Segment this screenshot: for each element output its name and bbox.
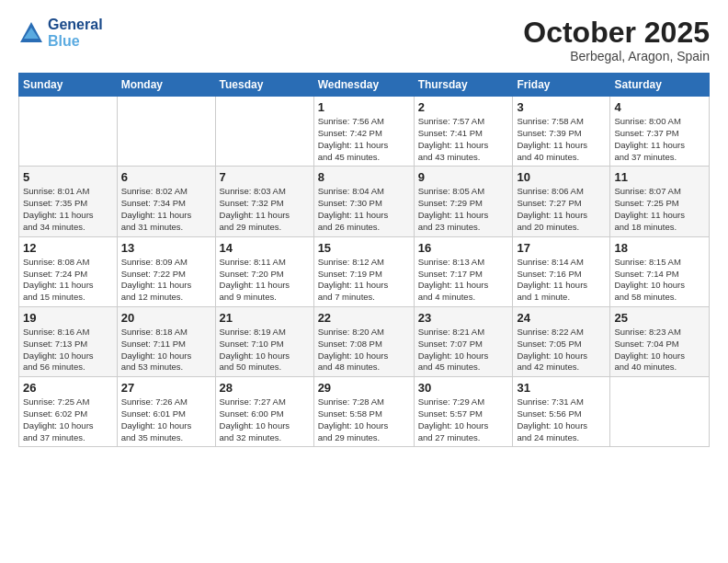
day-number: 7 xyxy=(220,170,310,184)
day-number: 21 xyxy=(220,311,310,325)
day-info: Sunrise: 8:07 AMSunset: 7:25 PMDaylight:… xyxy=(614,186,705,233)
day-number: 14 xyxy=(220,241,310,255)
day-number: 31 xyxy=(517,381,606,395)
calendar-cell: 20Sunrise: 8:18 AMSunset: 7:11 PMDayligh… xyxy=(117,306,215,376)
day-number: 18 xyxy=(614,241,705,255)
day-info: Sunrise: 8:16 AMSunset: 7:13 PMDaylight:… xyxy=(23,327,113,373)
calendar-cell: 5Sunrise: 8:01 AMSunset: 7:35 PMDaylight… xyxy=(19,167,118,236)
day-number: 27 xyxy=(121,381,211,395)
calendar-cell: 18Sunrise: 8:15 AMSunset: 7:14 PMDayligh… xyxy=(610,236,710,306)
header: General Blue October 2025 Berbegal, Arag… xyxy=(18,17,710,63)
calendar-week-row: 12Sunrise: 8:08 AMSunset: 7:24 PMDayligh… xyxy=(19,236,710,306)
calendar-cell: 24Sunrise: 8:22 AMSunset: 7:05 PMDayligh… xyxy=(513,306,610,376)
calendar-cell: 19Sunrise: 8:16 AMSunset: 7:13 PMDayligh… xyxy=(19,306,118,376)
day-info: Sunrise: 8:04 AMSunset: 7:30 PMDaylight:… xyxy=(318,186,410,233)
page: General Blue October 2025 Berbegal, Arag… xyxy=(0,0,728,563)
weekday-header-tuesday: Tuesday xyxy=(215,74,313,97)
calendar-cell: 22Sunrise: 8:20 AMSunset: 7:08 PMDayligh… xyxy=(313,306,414,376)
weekday-header-friday: Friday xyxy=(513,74,610,97)
day-number: 19 xyxy=(23,311,113,325)
day-info: Sunrise: 7:28 AMSunset: 5:58 PMDaylight:… xyxy=(318,396,410,443)
calendar-week-row: 19Sunrise: 8:16 AMSunset: 7:13 PMDayligh… xyxy=(19,306,710,376)
calendar-cell: 6Sunrise: 8:02 AMSunset: 7:34 PMDaylight… xyxy=(117,167,215,236)
day-number: 26 xyxy=(23,381,113,395)
calendar-cell: 13Sunrise: 8:09 AMSunset: 7:22 PMDayligh… xyxy=(117,236,215,306)
calendar-cell: 15Sunrise: 8:12 AMSunset: 7:19 PMDayligh… xyxy=(313,236,414,306)
day-number: 15 xyxy=(318,241,410,255)
day-info: Sunrise: 8:00 AMSunset: 7:37 PMDaylight:… xyxy=(614,116,705,163)
day-info: Sunrise: 7:58 AMSunset: 7:39 PMDaylight:… xyxy=(517,116,606,163)
location-subtitle: Berbegal, Aragon, Spain xyxy=(523,49,710,63)
logo-text: General Blue xyxy=(48,17,103,49)
calendar-cell: 29Sunrise: 7:28 AMSunset: 5:58 PMDayligh… xyxy=(313,377,414,447)
calendar-cell: 30Sunrise: 7:29 AMSunset: 5:57 PMDayligh… xyxy=(414,377,513,447)
day-info: Sunrise: 7:25 AMSunset: 6:02 PMDaylight:… xyxy=(23,396,113,443)
day-info: Sunrise: 8:22 AMSunset: 7:05 PMDaylight:… xyxy=(517,327,606,373)
day-info: Sunrise: 8:13 AMSunset: 7:17 PMDaylight:… xyxy=(418,257,509,304)
calendar-cell xyxy=(117,97,215,167)
weekday-header-thursday: Thursday xyxy=(414,74,513,97)
weekday-header-monday: Monday xyxy=(117,74,215,97)
weekday-header-wednesday: Wednesday xyxy=(313,74,414,97)
day-info: Sunrise: 8:01 AMSunset: 7:35 PMDaylight:… xyxy=(23,186,113,233)
day-number: 9 xyxy=(418,170,509,184)
day-number: 24 xyxy=(517,311,606,325)
day-info: Sunrise: 8:14 AMSunset: 7:16 PMDaylight:… xyxy=(517,257,606,304)
calendar-cell: 2Sunrise: 7:57 AMSunset: 7:41 PMDaylight… xyxy=(414,97,513,167)
calendar-cell: 16Sunrise: 8:13 AMSunset: 7:17 PMDayligh… xyxy=(414,236,513,306)
calendar-week-row: 5Sunrise: 8:01 AMSunset: 7:35 PMDaylight… xyxy=(19,167,710,236)
day-number: 2 xyxy=(418,100,509,114)
calendar-cell: 9Sunrise: 8:05 AMSunset: 7:29 PMDaylight… xyxy=(414,167,513,236)
calendar-cell: 31Sunrise: 7:31 AMSunset: 5:56 PMDayligh… xyxy=(513,377,610,447)
day-info: Sunrise: 7:57 AMSunset: 7:41 PMDaylight:… xyxy=(418,116,509,163)
calendar-table: SundayMondayTuesdayWednesdayThursdayFrid… xyxy=(18,73,710,447)
weekday-header-sunday: Sunday xyxy=(19,74,118,97)
day-number: 10 xyxy=(517,170,606,184)
day-number: 8 xyxy=(318,170,410,184)
month-title: October 2025 xyxy=(523,17,710,49)
calendar-cell: 12Sunrise: 8:08 AMSunset: 7:24 PMDayligh… xyxy=(19,236,118,306)
day-number: 20 xyxy=(121,311,211,325)
day-info: Sunrise: 8:02 AMSunset: 7:34 PMDaylight:… xyxy=(121,186,211,233)
day-info: Sunrise: 7:26 AMSunset: 6:01 PMDaylight:… xyxy=(121,396,211,443)
day-info: Sunrise: 7:56 AMSunset: 7:42 PMDaylight:… xyxy=(318,116,410,163)
calendar-cell xyxy=(215,97,313,167)
day-info: Sunrise: 8:23 AMSunset: 7:04 PMDaylight:… xyxy=(614,327,705,373)
day-number: 30 xyxy=(418,381,509,395)
day-info: Sunrise: 8:18 AMSunset: 7:11 PMDaylight:… xyxy=(121,327,211,373)
day-number: 17 xyxy=(517,241,606,255)
calendar-cell: 4Sunrise: 8:00 AMSunset: 7:37 PMDaylight… xyxy=(610,97,710,167)
day-info: Sunrise: 8:08 AMSunset: 7:24 PMDaylight:… xyxy=(23,257,113,304)
calendar-week-row: 1Sunrise: 7:56 AMSunset: 7:42 PMDaylight… xyxy=(19,97,710,167)
day-number: 11 xyxy=(614,170,705,184)
day-info: Sunrise: 8:15 AMSunset: 7:14 PMDaylight:… xyxy=(614,257,705,304)
title-block: October 2025 Berbegal, Aragon, Spain xyxy=(523,17,710,63)
calendar-cell: 7Sunrise: 8:03 AMSunset: 7:32 PMDaylight… xyxy=(215,167,313,236)
calendar-cell: 26Sunrise: 7:25 AMSunset: 6:02 PMDayligh… xyxy=(19,377,118,447)
day-number: 5 xyxy=(23,170,113,184)
calendar-cell: 3Sunrise: 7:58 AMSunset: 7:39 PMDaylight… xyxy=(513,97,610,167)
calendar-cell: 21Sunrise: 8:19 AMSunset: 7:10 PMDayligh… xyxy=(215,306,313,376)
calendar-cell: 11Sunrise: 8:07 AMSunset: 7:25 PMDayligh… xyxy=(610,167,710,236)
day-number: 28 xyxy=(220,381,310,395)
day-number: 22 xyxy=(318,311,410,325)
day-number: 6 xyxy=(121,170,211,184)
day-number: 16 xyxy=(418,241,509,255)
day-info: Sunrise: 8:12 AMSunset: 7:19 PMDaylight:… xyxy=(318,257,410,304)
day-number: 1 xyxy=(318,100,410,114)
calendar-cell: 8Sunrise: 8:04 AMSunset: 7:30 PMDaylight… xyxy=(313,167,414,236)
weekday-header-saturday: Saturday xyxy=(610,74,710,97)
day-info: Sunrise: 7:29 AMSunset: 5:57 PMDaylight:… xyxy=(418,396,509,443)
calendar-cell xyxy=(19,97,118,167)
day-number: 13 xyxy=(121,241,211,255)
day-info: Sunrise: 8:19 AMSunset: 7:10 PMDaylight:… xyxy=(220,327,310,373)
day-info: Sunrise: 8:05 AMSunset: 7:29 PMDaylight:… xyxy=(418,186,509,233)
day-info: Sunrise: 8:20 AMSunset: 7:08 PMDaylight:… xyxy=(318,327,410,373)
weekday-header-row: SundayMondayTuesdayWednesdayThursdayFrid… xyxy=(19,74,710,97)
logo-icon xyxy=(18,20,44,46)
day-info: Sunrise: 8:09 AMSunset: 7:22 PMDaylight:… xyxy=(121,257,211,304)
day-info: Sunrise: 8:06 AMSunset: 7:27 PMDaylight:… xyxy=(517,186,606,233)
calendar-cell: 28Sunrise: 7:27 AMSunset: 6:00 PMDayligh… xyxy=(215,377,313,447)
calendar-cell: 17Sunrise: 8:14 AMSunset: 7:16 PMDayligh… xyxy=(513,236,610,306)
calendar-cell: 25Sunrise: 8:23 AMSunset: 7:04 PMDayligh… xyxy=(610,306,710,376)
